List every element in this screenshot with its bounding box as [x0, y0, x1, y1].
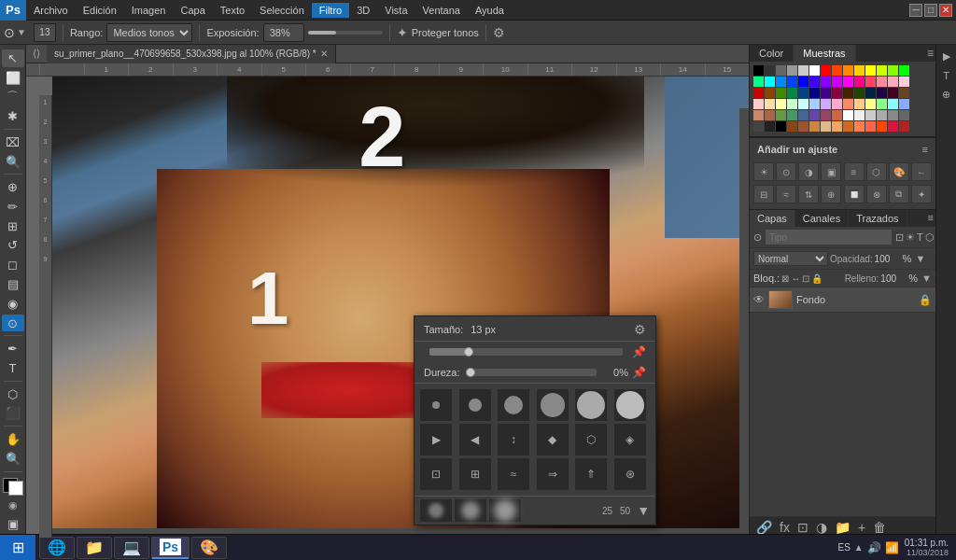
adj-pattern-fill[interactable]: ⧉ [889, 185, 909, 203]
layer-type-input[interactable] [766, 230, 892, 245]
panel-options-btn[interactable]: ≡ [922, 144, 928, 155]
brush-cell-17[interactable]: ⇑ [575, 458, 607, 490]
swatch[interactable] [765, 99, 775, 109]
brush-cell-9[interactable]: ↕ [498, 424, 529, 455]
taskbar-chrome[interactable]: 🌐 [39, 537, 75, 559]
swatch[interactable] [776, 65, 786, 76]
swatch[interactable] [877, 88, 887, 98]
exposicion-slider[interactable] [308, 31, 383, 35]
adj-posterize[interactable]: ≈ [776, 185, 796, 203]
swatch[interactable] [865, 110, 876, 120]
lock-move-btn[interactable]: ↔ [791, 273, 800, 284]
adj-solid-color[interactable]: 🔲 [844, 185, 865, 203]
swatch[interactable] [765, 65, 775, 76]
tab-close-btn[interactable]: ✕ [320, 49, 328, 59]
tool-magic-wand[interactable]: ✱ [2, 107, 24, 125]
layer-group-btn[interactable]: 📁 [832, 520, 853, 535]
rotate-panel-btn[interactable]: T [941, 68, 951, 83]
tab-color[interactable]: Color [750, 45, 794, 62]
tool-clone[interactable]: ⊞ [2, 217, 24, 235]
tool-eyedropper[interactable]: 🔍 [2, 153, 24, 171]
swatch[interactable] [753, 99, 764, 109]
brush-cell-5[interactable] [575, 389, 607, 421]
filter-type-btn[interactable]: T [917, 231, 923, 244]
swatch[interactable] [888, 77, 898, 87]
menu-ventana[interactable]: Ventana [415, 3, 468, 18]
canvas-tab[interactable]: su_primer_plano__470699658_530x398.jpg a… [47, 45, 336, 63]
swatch[interactable] [821, 88, 831, 98]
tool-hand[interactable]: ✋ [2, 430, 24, 448]
swatch[interactable] [877, 121, 887, 132]
speaker-icon[interactable]: 🔊 [867, 541, 881, 554]
filter-adj-btn[interactable]: ☀ [906, 231, 915, 244]
swatch[interactable] [798, 65, 808, 76]
swatch[interactable] [765, 88, 775, 98]
swatch[interactable] [809, 77, 820, 87]
layers-menu-btn[interactable]: ≡ [926, 210, 935, 227]
swatch[interactable] [843, 88, 853, 98]
swatch[interactable] [877, 77, 887, 87]
brush-cell-12[interactable]: ◈ [614, 424, 646, 455]
layer-new-btn[interactable]: + [855, 520, 868, 535]
swatch[interactable] [899, 99, 909, 109]
3d-panel-btn[interactable]: ⊕ [940, 87, 952, 103]
brush-cell-10[interactable]: ◆ [537, 424, 569, 455]
brush-cell-3[interactable] [498, 389, 529, 421]
adj-hsl[interactable]: ≡ [844, 162, 865, 181]
swatch[interactable] [776, 77, 786, 87]
brush-cell-2[interactable] [459, 389, 491, 421]
layer-delete-btn[interactable]: 🗑 [870, 520, 889, 535]
adj-gradient-fill[interactable]: ⊗ [866, 185, 887, 203]
swatch[interactable] [832, 65, 842, 76]
tool-pen[interactable]: ✒ [2, 340, 24, 357]
swatch[interactable] [843, 99, 853, 109]
size-pin-btn[interactable]: 📌 [632, 345, 646, 358]
swatch[interactable] [832, 110, 842, 120]
swatch[interactable] [776, 110, 786, 120]
tool-type[interactable]: T [2, 359, 24, 377]
brush-cell-13[interactable]: ⊡ [420, 458, 452, 490]
tab-canales[interactable]: Canales [795, 210, 849, 227]
adj-exposure[interactable]: ◑ [798, 162, 819, 181]
tool-eraser[interactable]: ◻ [2, 256, 24, 273]
tool-zoom[interactable]: 🔍 [2, 450, 24, 468]
swatch[interactable] [798, 121, 808, 132]
layer-item-fondo[interactable]: 👁 Fondo 🔒 [750, 287, 935, 313]
swatch[interactable] [899, 77, 909, 87]
screen-mode-btn[interactable]: ▣ [2, 515, 24, 533]
swatch[interactable] [843, 121, 853, 132]
swatch[interactable] [753, 121, 764, 132]
adj-bw[interactable]: ⬡ [866, 162, 887, 181]
brush-cell-4[interactable] [537, 389, 569, 421]
swatch[interactable] [798, 77, 808, 87]
taskbar-paint[interactable]: 🎨 [191, 537, 227, 559]
swatch[interactable] [809, 121, 820, 132]
swatch[interactable] [787, 65, 797, 76]
swatch[interactable] [899, 110, 909, 120]
taskbar-computer[interactable]: 💻 [114, 537, 149, 559]
collapse-panel-btn[interactable]: ▶ [941, 49, 952, 64]
swatch[interactable] [787, 99, 797, 109]
tool-blur[interactable]: ◉ [2, 295, 24, 313]
filter-shape-btn[interactable]: ⬡ [925, 231, 935, 244]
swatch[interactable] [888, 88, 898, 98]
scroll-vertical[interactable] [739, 108, 749, 538]
swatch[interactable] [854, 88, 865, 98]
layer-link-btn[interactable]: 🔗 [753, 520, 775, 535]
brush-bottom-3[interactable] [489, 499, 521, 522]
layer-fx-btn[interactable]: fx [777, 520, 793, 535]
size-slider[interactable] [429, 348, 623, 356]
menu-edicion[interactable]: Edición [76, 3, 124, 18]
layer-visibility-btn[interactable]: 👁 [753, 293, 765, 306]
swatch[interactable] [798, 88, 808, 98]
tool-move[interactable]: ↖ [2, 49, 24, 67]
swatch[interactable] [877, 99, 887, 109]
adj-channel-mixer[interactable]: ← [911, 162, 932, 181]
quick-mask-btn[interactable]: ◉ [8, 499, 18, 511]
menu-capa[interactable]: Capa [173, 3, 212, 18]
tab-muestras[interactable]: Muestras [794, 45, 855, 62]
menu-texto[interactable]: Texto [213, 3, 252, 18]
maximize-btn[interactable]: □ [924, 4, 937, 17]
menu-archivo[interactable]: Archivo [26, 3, 76, 18]
swatch[interactable] [809, 65, 820, 76]
